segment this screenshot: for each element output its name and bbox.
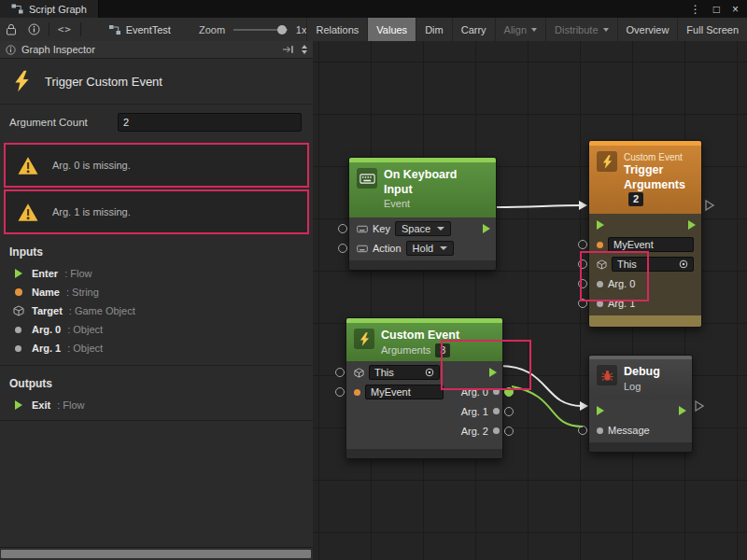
argument-count-value: 2: [123, 117, 129, 128]
action-dropdown[interactable]: Hold: [406, 241, 455, 256]
flow-out-port[interactable]: [489, 368, 497, 377]
flow-out-port[interactable]: [679, 406, 686, 415]
input-name: Target: [32, 305, 63, 316]
target-value: This: [617, 259, 637, 270]
port-circle[interactable]: [578, 259, 587, 269]
lock-icon[interactable]: [0, 18, 22, 41]
carry-button[interactable]: Carry: [452, 18, 495, 41]
key-label: Key: [373, 223, 390, 234]
object-type-icon: [493, 408, 500, 414]
node-on-keyboard-input[interactable]: On Keyboard Input Event Key Space: [348, 157, 497, 271]
align-button[interactable]: Align: [495, 18, 545, 41]
graph-icon: [108, 24, 121, 35]
output-name: Exit: [32, 399, 50, 411]
gameobject-cube-icon: [11, 305, 25, 316]
string-type-icon: [597, 242, 603, 248]
node-header: Debug Log: [589, 359, 692, 399]
graph-output-triangle-icon: [696, 401, 703, 411]
key-value: Space: [402, 223, 430, 234]
node-body: MyEvent This Arg. 0 Arg. 1: [589, 214, 701, 315]
arg2-label: Arg. 2: [461, 426, 488, 437]
arg0-output-row: Arg. 0: [461, 386, 514, 398]
inputs-section-title: Inputs: [0, 234, 313, 264]
port-circle[interactable]: [338, 224, 347, 233]
values-button[interactable]: Values: [367, 18, 416, 41]
target-field[interactable]: This: [369, 365, 440, 380]
distribute-button[interactable]: Distribute: [545, 18, 616, 41]
arg1-row: Arg. 1: [589, 294, 701, 314]
relations-button[interactable]: Relations: [306, 18, 367, 41]
flow-in-port[interactable]: [597, 406, 604, 415]
fullscreen-button[interactable]: Full Screen: [677, 18, 747, 41]
port-circle[interactable]: [335, 387, 345, 397]
target-field[interactable]: This: [612, 257, 694, 272]
object-port-icon: [11, 345, 25, 352]
action-value: Hold: [413, 243, 434, 254]
node-header: Custom Event Arguments3: [346, 323, 502, 361]
close-icon[interactable]: ×: [732, 4, 739, 15]
node-subtitle: Event: [384, 197, 488, 210]
string-type-icon: [354, 389, 360, 396]
wire-arg0-to-message: [512, 386, 583, 427]
lightning-icon: [597, 151, 617, 172]
event-name-row: MyEvent: [589, 235, 701, 255]
dim-button[interactable]: Dim: [416, 18, 452, 41]
tab-script-graph[interactable]: Script Graph: [0, 0, 99, 18]
scrollbar-thumb[interactable]: [1, 550, 311, 558]
zoom-label: Zoom: [199, 24, 225, 35]
zoom-slider[interactable]: [233, 29, 288, 31]
keyboard-mini-icon: [357, 225, 368, 233]
argument-count-badge: 3: [435, 343, 450, 357]
node-footer: [346, 449, 502, 458]
graph-breadcrumb[interactable]: EventTest: [108, 24, 171, 35]
port-circle[interactable]: [578, 240, 587, 249]
arg0-label: Arg. 0: [461, 386, 488, 398]
inspector-scrollbar[interactable]: [0, 547, 313, 560]
flow-out-port[interactable]: [688, 220, 696, 230]
port-circle[interactable]: [578, 426, 587, 435]
flow-in-port[interactable]: [597, 220, 604, 230]
target-value: This: [374, 367, 394, 378]
key-dropdown[interactable]: Space: [395, 221, 451, 236]
outputs-section: Outputs ExitFlow: [0, 365, 313, 421]
event-name-value: MyEvent: [613, 239, 654, 250]
port-circle[interactable]: [578, 299, 587, 308]
port-circle[interactable]: [578, 279, 587, 288]
input-name: Arg. 0: [32, 324, 61, 335]
dock-arrow-icon[interactable]: [282, 45, 294, 54]
port-circle[interactable]: [335, 368, 345, 377]
port-circle[interactable]: [504, 427, 514, 436]
arg0-row: Arg. 0: [589, 274, 701, 294]
graph-canvas[interactable]: On Keyboard Input Event Key Space: [313, 41, 747, 560]
target-row: This: [346, 363, 502, 383]
object-type-icon: [493, 388, 500, 395]
keyboard-mini-icon: [357, 245, 368, 253]
input-name: Arg. 1: [32, 343, 61, 354]
target-picker-icon[interactable]: [425, 368, 434, 377]
port-circle-connected[interactable]: [504, 387, 514, 397]
arg1-label: Arg. 1: [461, 406, 488, 417]
zoom-slider-knob[interactable]: [277, 25, 287, 35]
input-type: Object: [67, 343, 103, 354]
inspector-title: Graph Inspector: [21, 44, 95, 55]
pane-options-icon[interactable]: [302, 45, 307, 54]
maximize-icon[interactable]: □: [713, 4, 720, 15]
overview-button[interactable]: Overview: [617, 18, 678, 41]
node-trigger-custom-event[interactable]: Custom Event Trigger Arguments2 MyEvent: [588, 140, 702, 328]
argument-count-field[interactable]: 2: [118, 113, 302, 132]
window-menu-icon[interactable]: ⋮: [690, 4, 701, 15]
action-label: Action: [373, 243, 402, 254]
graph-name: EventTest: [126, 24, 171, 35]
event-name-field[interactable]: MyEvent: [365, 385, 444, 399]
port-circle[interactable]: [338, 244, 347, 253]
node-custom-event-listener[interactable]: Custom Event Arguments3 This MyEvent: [345, 317, 503, 459]
info-icon[interactable]: [22, 18, 46, 41]
flow-out-port[interactable]: [483, 224, 490, 233]
warning-text: Arg. 0 is missing.: [52, 160, 131, 171]
toolbar-divider: [80, 22, 81, 36]
target-picker-icon[interactable]: [679, 259, 688, 269]
code-icon[interactable]: <>: [52, 18, 78, 41]
node-debug-log[interactable]: Debug Log Message: [588, 355, 693, 453]
port-circle[interactable]: [504, 407, 514, 416]
event-name-field[interactable]: MyEvent: [608, 237, 694, 252]
